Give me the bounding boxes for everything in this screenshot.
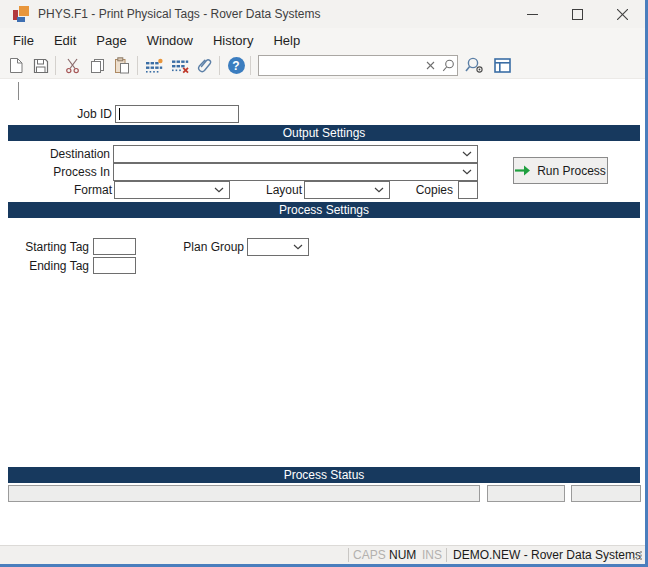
plan-group-select[interactable] bbox=[247, 238, 309, 256]
save-icon bbox=[33, 58, 49, 74]
grid-delete-row-button[interactable] bbox=[168, 54, 192, 77]
paste-button[interactable] bbox=[110, 54, 134, 77]
copy-button[interactable] bbox=[85, 54, 109, 77]
copies-label: Copies bbox=[400, 183, 453, 198]
attachment-button[interactable] bbox=[193, 54, 217, 77]
window-layout-icon bbox=[494, 58, 511, 73]
close-icon bbox=[617, 9, 628, 20]
app-window: PHYS.F1 - Print Physical Tags - Rover Da… bbox=[0, 0, 648, 567]
job-id-input[interactable] bbox=[115, 105, 239, 123]
run-process-button[interactable]: Run Process bbox=[513, 157, 608, 184]
save-button[interactable] bbox=[29, 54, 53, 77]
process-status-header: Process Status bbox=[8, 467, 640, 483]
menu-bar: File Edit Page Window History Help bbox=[0, 28, 645, 52]
copies-input[interactable] bbox=[458, 181, 478, 199]
ending-tag-label: Ending Tag bbox=[0, 259, 89, 274]
format-select[interactable] bbox=[114, 181, 230, 199]
menu-file[interactable]: File bbox=[3, 30, 44, 51]
layout-label: Layout bbox=[240, 183, 302, 198]
format-label: Format bbox=[0, 183, 112, 198]
starting-tag-input[interactable] bbox=[93, 238, 136, 255]
help-icon: ? bbox=[228, 57, 245, 74]
resize-grip[interactable] bbox=[633, 550, 643, 560]
status-bar: CAPS NUM INS DEMO.NEW - Rover Data Syste… bbox=[0, 545, 645, 564]
menu-edit[interactable]: Edit bbox=[44, 30, 86, 51]
title-bar: PHYS.F1 - Print Physical Tags - Rover Da… bbox=[0, 0, 645, 28]
new-document-icon bbox=[9, 57, 24, 74]
cut-icon bbox=[65, 58, 80, 74]
cut-button[interactable] bbox=[60, 54, 84, 77]
chevron-down-icon bbox=[214, 187, 224, 193]
insert-indicator: INS bbox=[422, 548, 442, 563]
chevron-down-icon bbox=[462, 151, 472, 157]
chevron-down-icon bbox=[293, 244, 303, 250]
menu-help[interactable]: Help bbox=[263, 30, 310, 51]
run-process-label: Run Process bbox=[537, 164, 606, 178]
search-input[interactable] bbox=[259, 56, 422, 75]
job-id-label: Job ID bbox=[0, 107, 112, 122]
copy-icon bbox=[90, 58, 105, 74]
session-info: DEMO.NEW - Rover Data Systems bbox=[453, 548, 641, 563]
ending-tag-input[interactable] bbox=[93, 257, 136, 274]
toolbar-search bbox=[258, 55, 458, 76]
search-icon bbox=[442, 59, 455, 72]
grid-add-row-icon bbox=[145, 58, 163, 74]
chevron-down-icon bbox=[462, 169, 472, 175]
layout-select[interactable] bbox=[304, 181, 390, 199]
maximize-button[interactable] bbox=[555, 0, 600, 28]
toolbar: ? bbox=[0, 52, 645, 79]
run-arrow-icon bbox=[515, 165, 530, 176]
app-logo-icon bbox=[13, 6, 29, 22]
new-document-button[interactable] bbox=[4, 54, 28, 77]
search-clear-button[interactable] bbox=[422, 56, 440, 75]
process-status-field-2 bbox=[487, 485, 565, 502]
num-lock-indicator: NUM bbox=[389, 548, 416, 563]
caps-lock-indicator: CAPS bbox=[353, 548, 386, 563]
form-area: Job ID Output Settings Destination Proce… bbox=[0, 79, 645, 545]
record-lookup-icon bbox=[465, 57, 484, 74]
grid-add-row-button[interactable] bbox=[142, 54, 166, 77]
plan-group-label: Plan Group bbox=[160, 240, 244, 255]
clear-x-icon bbox=[426, 61, 435, 70]
process-status-field-main bbox=[8, 485, 480, 502]
destination-label: Destination bbox=[0, 147, 110, 162]
process-in-select[interactable] bbox=[113, 163, 478, 181]
search-go-button[interactable] bbox=[440, 56, 458, 75]
process-status-field-3 bbox=[571, 485, 641, 502]
starting-tag-label: Starting Tag bbox=[0, 240, 89, 255]
menu-page[interactable]: Page bbox=[86, 30, 136, 51]
maximize-icon bbox=[572, 9, 583, 20]
menu-window[interactable]: Window bbox=[137, 30, 203, 51]
minimize-icon bbox=[527, 9, 538, 20]
chevron-down-icon bbox=[374, 187, 384, 193]
paperclip-icon bbox=[197, 57, 213, 74]
text-cursor bbox=[18, 82, 19, 100]
job-id-caret bbox=[119, 108, 120, 120]
output-settings-header: Output Settings bbox=[8, 125, 640, 141]
record-lookup-button[interactable] bbox=[462, 54, 486, 77]
minimize-button[interactable] bbox=[510, 0, 555, 28]
process-in-label: Process In bbox=[0, 165, 110, 180]
paste-icon bbox=[114, 57, 130, 74]
window-layout-button[interactable] bbox=[490, 54, 514, 77]
process-settings-header: Process Settings bbox=[8, 202, 640, 218]
grid-delete-row-icon bbox=[171, 58, 189, 74]
window-title: PHYS.F1 - Print Physical Tags - Rover Da… bbox=[38, 7, 321, 21]
menu-history[interactable]: History bbox=[203, 30, 263, 51]
help-button[interactable]: ? bbox=[224, 54, 248, 77]
close-button[interactable] bbox=[600, 0, 645, 28]
destination-select[interactable] bbox=[113, 145, 478, 163]
